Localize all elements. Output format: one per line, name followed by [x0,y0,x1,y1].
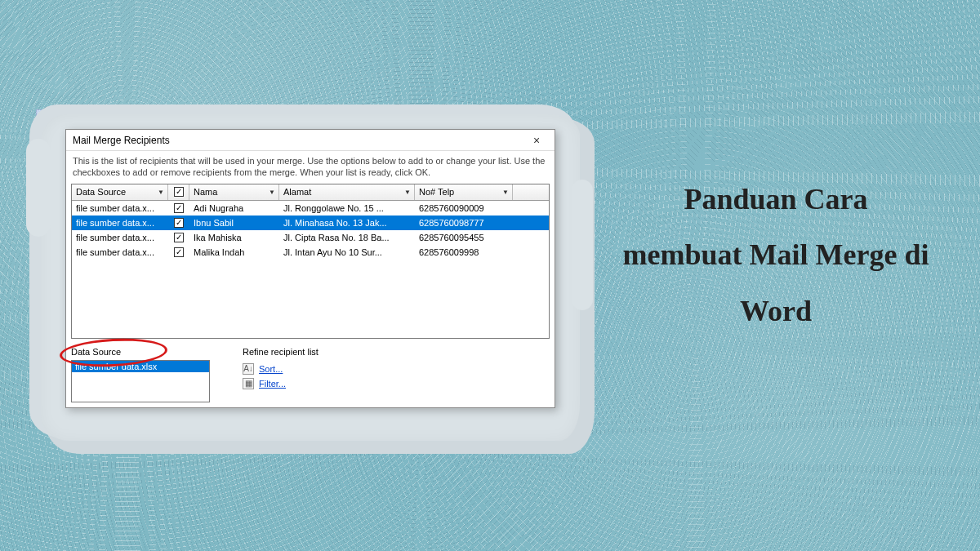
cell-checkbox[interactable]: ✓ [168,245,189,260]
cell-alamat: Jl. Intan Ayu No 10 Sur... [279,245,415,260]
data-source-item[interactable]: file sumber data.xlsx [72,361,209,372]
cell-nama: Ibnu Sabil [189,216,279,230]
cell-alamat: Jl. Ronggolawe No. 15 ... [279,201,415,216]
dialog-title: Mail Merge Recipients [73,135,170,146]
column-header-nama[interactable]: Nama ▼ [189,184,279,200]
sort-link-row: A↓ Sort... [243,362,550,376]
filter-link-row: ▦ Filter... [243,376,550,391]
cell-nama: Adi Nugraha [189,201,279,216]
cell-checkbox[interactable]: ✓ [168,230,189,245]
column-header-telp[interactable]: No# Telp ▼ [415,184,513,200]
cell-checkbox[interactable]: ✓ [168,216,189,230]
dialog-titlebar: Mail Merge Recipients × [66,130,555,151]
page-side-title: Panduan Cara membuat Mail Merge di Word [621,171,931,339]
header-checkbox[interactable]: ✓ [174,187,184,197]
row-checkbox[interactable]: ✓ [174,247,184,257]
cell-alamat: Jl. Minahasa No. 13 Jak... [279,216,415,230]
column-label: Data Source [76,187,126,197]
cell-telp: 628576009998 [415,245,513,260]
recipients-table: Data Source ▼ ✓ Nama ▼ Alamat ▼ No# Telp… [71,184,550,339]
cell-telp: 6285760095455 [415,230,513,245]
table-row[interactable]: file sumber data.x...✓Adi NugrahaJl. Ron… [72,201,549,216]
table-row[interactable]: file sumber data.x...✓Malika IndahJl. In… [72,245,549,260]
dialog-instructions: This is the list of recipients that will… [66,151,555,184]
column-header-alamat[interactable]: Alamat ▼ [279,184,415,200]
cell-nama: Ika Mahiska [189,230,279,245]
cell-data-source: file sumber data.x... [72,201,168,216]
filter-link[interactable]: Filter... [259,379,286,389]
cell-data-source: file sumber data.x... [72,245,168,260]
close-button[interactable]: × [523,132,550,149]
column-label: Nama [194,187,217,197]
sort-arrow-icon: ▼ [404,189,411,196]
paint-frame: Mail Merge Recipients × This is the list… [41,114,580,441]
refine-panel: Refine recipient list A↓ Sort... ▦ Filte… [243,347,550,402]
mail-merge-recipients-dialog: Mail Merge Recipients × This is the list… [65,129,555,408]
ribbon-strip [36,109,537,127]
table-row[interactable]: file sumber data.x...✓Ika MahiskaJl. Cip… [72,230,549,245]
cell-telp: 6285760090009 [415,201,513,216]
cell-data-source: file sumber data.x... [72,230,168,245]
cell-checkbox[interactable]: ✓ [168,201,189,216]
column-header-checkbox[interactable]: ✓ [168,184,189,200]
data-source-listbox[interactable]: file sumber data.xlsx [71,360,210,402]
data-source-label: Data Source [71,347,210,357]
column-header-data-source[interactable]: Data Source ▼ [72,184,168,200]
cell-data-source: file sumber data.x... [72,216,168,230]
cell-telp: 6285760098777 [415,216,513,230]
sort-icon: A↓ [243,363,254,375]
data-source-panel: Data Source file sumber data.xlsx [71,347,210,402]
sort-arrow-icon: ▼ [158,189,164,196]
refine-label: Refine recipient list [243,347,550,357]
row-checkbox[interactable]: ✓ [174,233,184,242]
cell-nama: Malika Indah [189,245,279,260]
row-checkbox[interactable]: ✓ [174,218,184,228]
sort-arrow-icon: ▼ [269,189,275,196]
cell-alamat: Jl. Cipta Rasa No. 18 Ba... [279,230,415,245]
table-row[interactable]: file sumber data.x...✓Ibnu SabilJl. Mina… [72,216,549,230]
table-header: Data Source ▼ ✓ Nama ▼ Alamat ▼ No# Telp… [72,184,549,201]
column-label: Alamat [283,187,311,197]
column-label: No# Telp [419,187,454,197]
sort-link[interactable]: Sort... [259,364,283,374]
filter-icon: ▦ [243,378,254,389]
sort-arrow-icon: ▼ [502,189,509,196]
row-checkbox[interactable]: ✓ [174,203,184,213]
